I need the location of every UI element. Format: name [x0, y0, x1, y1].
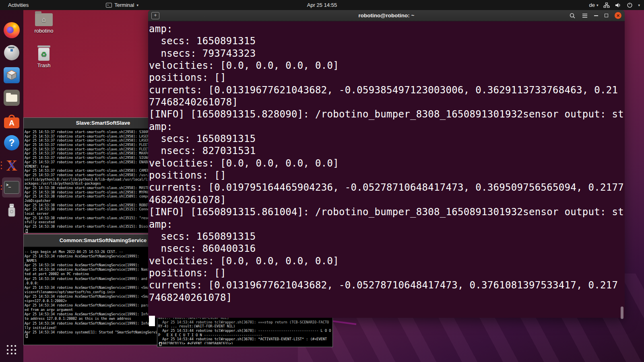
- dock-item-terminal[interactable]: >_: [0, 177, 23, 198]
- terminal-line: velocities: [0.0, 0.0, 0.0, 0.0]: [149, 157, 625, 169]
- recycle-icon: ♻: [41, 50, 47, 59]
- window-title: Common:SmartSoftNamingService: [60, 237, 147, 243]
- running-indicator-dots: [1, 185, 2, 190]
- terminal-line: secs: 1650891315: [149, 230, 625, 243]
- terminal-line: amp:: [149, 23, 625, 35]
- terminal-line: positions: []: [149, 267, 625, 279]
- terminal-line: [INFO] [1650891315.828090]: /robotino_bu…: [149, 108, 625, 120]
- terminal-line: velocities: [0.0, 0.0, 0.0, 0.0]: [149, 255, 625, 267]
- terminal-line: nsecs: 793743323: [149, 47, 625, 60]
- log-line: Apr 25 14:53:44 robotino tclWrapper.sh[3…: [158, 337, 332, 341]
- ubuntu-software-icon: A: [4, 115, 20, 128]
- terminal-line: secs: 1650891315: [149, 133, 625, 145]
- volume-icon[interactable]: [615, 2, 621, 8]
- window-tclwrapper-log: wait.. result:(WAIT-FOR-EVENT NIL) Apr 2…: [157, 318, 333, 347]
- dock-item-help[interactable]: ?: [0, 132, 23, 153]
- trash-lid-icon: [37, 45, 50, 47]
- files-icon: [4, 90, 20, 106]
- desktop-icon-label: Trash: [32, 62, 56, 68]
- x-tool-icon: X X: [4, 157, 20, 173]
- log-line: Apr 25 14:53:44 robotino tclWrapper.sh[3…: [158, 320, 332, 325]
- chevron-down-icon: ▾: [136, 3, 138, 7]
- scrollbar-thumb[interactable]: [621, 306, 623, 319]
- home-glyph-icon: ⌂: [35, 13, 53, 26]
- terminal-header-bar[interactable]: + robotino@robotino: ~ ×: [148, 10, 625, 21]
- log-line: P E X E C U T I O N --------------------…: [158, 333, 332, 337]
- maximize-button[interactable]: [605, 14, 608, 17]
- trash-can-icon: ♻: [38, 48, 50, 61]
- window-gnome-terminal: + robotino@robotino: ~ × amp: secs: 1650…: [148, 10, 625, 318]
- terminal-line: amp:: [149, 218, 625, 230]
- terminal-icon: >_: [4, 181, 19, 194]
- clock[interactable]: Apr 25 14:55: [307, 0, 337, 10]
- dock-item-cad-cube[interactable]: [0, 65, 23, 86]
- terminal-block-cursor: [149, 316, 155, 326]
- top-bar: Activities >_ Terminal ▾ Apr 25 14:55 de…: [0, 0, 644, 10]
- terminal-cursor: [26, 229, 28, 233]
- software-a-glyph: A: [9, 119, 14, 128]
- terminal-line: 77468240261078]: [149, 96, 625, 108]
- dock-item-robotino-sim[interactable]: [0, 42, 23, 63]
- terminal-line: nsecs: 860400316: [149, 243, 625, 255]
- home-folder-icon: ⌂: [35, 13, 53, 26]
- terminal-output[interactable]: amp: secs: 1650891315 nsecs: 793743323ve…: [148, 21, 625, 318]
- window-title: Slave:SmartSoftSlave: [76, 120, 130, 126]
- terminal-line: secs: 1650891315: [149, 35, 625, 47]
- terminal-mini-icon: >_: [106, 3, 112, 8]
- menu-icon[interactable]: [582, 13, 588, 18]
- running-indicator-dots: [1, 162, 2, 169]
- search-icon[interactable]: [569, 12, 576, 19]
- app-menu-label: Terminal: [114, 2, 134, 8]
- question-glyph: ?: [9, 137, 15, 148]
- tclwrapper-log-output: wait.. result:(WAIT-FOR-EVENT NIL) Apr 2…: [157, 316, 332, 344]
- desktop-icon-label: robotino: [32, 28, 56, 34]
- terminal-cursor: [159, 342, 161, 346]
- log-line: Apr 25 14:53:44 robotino tclWrapper.sh[3…: [158, 329, 332, 333]
- usb-drive-icon: [6, 203, 17, 218]
- dock-item-usb-drive[interactable]: [0, 200, 23, 221]
- terminal-line: positions: []: [149, 72, 625, 84]
- terminal-line: [INFO] [1650891315.861004]: /robotino_bu…: [149, 206, 625, 218]
- dock-item-ubuntu-software[interactable]: A: [0, 110, 23, 131]
- terminal-line: 468240261078]: [149, 194, 625, 206]
- minimize-button[interactable]: [594, 15, 598, 16]
- app-menu-terminal[interactable]: >_ Terminal ▾: [106, 2, 138, 8]
- dock-item-firefox[interactable]: [0, 20, 23, 41]
- cube-app-icon: [4, 67, 20, 83]
- dock: A ? X X >_: [0, 10, 23, 362]
- terminal-line: currents: [0.019795164465904236, -0.0527…: [149, 181, 625, 193]
- terminal-cursor: [26, 334, 28, 338]
- close-button[interactable]: ×: [615, 12, 621, 19]
- new-tab-button[interactable]: +: [151, 12, 159, 19]
- firefox-icon: [4, 22, 20, 38]
- desktop-icon-robotino[interactable]: ⌂ robotino: [32, 13, 56, 34]
- terminal-line: nsecs: 827031531: [149, 145, 625, 157]
- terminal-line: positions: []: [149, 169, 625, 181]
- log-line: RY-4) ... result:(WAIT-FOR-EVENT NIL): [158, 324, 332, 329]
- network-icon[interactable]: [603, 2, 610, 8]
- show-applications-icon[interactable]: [7, 345, 17, 355]
- activities-button[interactable]: Activities: [6, 2, 30, 8]
- keyboard-layout-indicator[interactable]: de ▾: [589, 2, 598, 8]
- terminal-line: 7468240261078]: [149, 292, 625, 304]
- terminal-line: velocities: [0.0, 0.0, 0.0, 0.0]: [149, 60, 625, 72]
- help-icon: ?: [4, 135, 19, 150]
- terminal-line: currents: [0.01319677621043682, -0.05278…: [149, 279, 625, 291]
- chevron-down-icon: ▾: [597, 3, 599, 7]
- robotino-sim-icon: [4, 45, 19, 60]
- terminal-line: currents: [0.01319677621043682, -0.05938…: [149, 84, 625, 96]
- desktop-icon-trash[interactable]: ♻ Trash: [32, 45, 56, 68]
- dock-item-files[interactable]: [0, 87, 23, 108]
- power-icon[interactable]: [627, 2, 633, 8]
- terminal-window-title: robotino@robotino: ~: [359, 12, 415, 19]
- terminal-line: amp:: [149, 121, 625, 133]
- log-line: {10023BCD13}> #<EVENT {1005848C63}>): [158, 341, 332, 344]
- dock-item-x-tool[interactable]: X X: [0, 155, 23, 176]
- chevron-down-icon[interactable]: ▾: [638, 3, 640, 7]
